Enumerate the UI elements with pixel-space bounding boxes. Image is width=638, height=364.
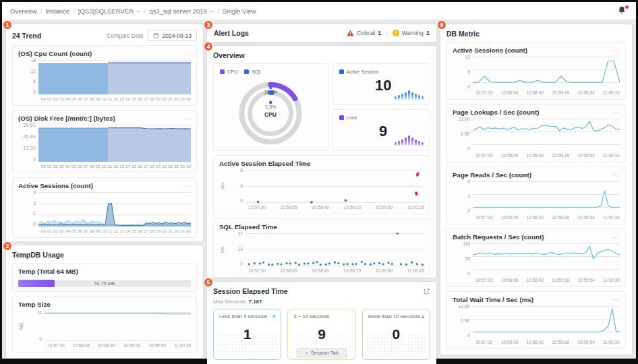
db-xaxis: 10:57:3010:58:0610:58:4210:59:1810:59:54… — [475, 340, 620, 344]
page-reads-tile: Page Reads / Sec (count)··· 630 10:57:30… — [446, 166, 626, 224]
disk-free-tile: (OS) Disk Free [/mnt/c:] (bytes) ··· 39.… — [12, 110, 197, 173]
cpu-count-yaxis: 181260 — [18, 59, 38, 95]
page-lookups-title: Page Lookups / Sec (count) — [453, 109, 539, 116]
lock-sparkline — [395, 135, 424, 146]
breadcrumb-server-select[interactable]: [QS3]SQLSERVER — [78, 7, 134, 15]
page-reads-yaxis: 630 — [453, 180, 473, 214]
batch-requests-title: Batch Requests / Sec (count) — [453, 233, 544, 241]
breadcrumb-database-select[interactable]: qs3_sql server 2019 — [149, 7, 207, 15]
temp-usage-tile: Temp (Total 64 MB) 54.75 MB — [12, 263, 197, 292]
annotation-marker-6: 6 — [437, 20, 446, 30]
more-menu-icon[interactable]: ··· — [612, 173, 620, 177]
more-menu-icon[interactable]: ··· — [612, 235, 620, 239]
more-menu-icon[interactable]: ··· — [612, 297, 620, 301]
active-session-stat-card: Active Session 10 — [332, 63, 430, 105]
session-elapsed-title: Session Elapsed Time — [213, 287, 288, 295]
more-menu-icon[interactable]: ··· — [183, 52, 191, 56]
chevron-down-icon[interactable]: ⌄ — [209, 7, 214, 13]
notification-badge — [625, 5, 629, 9]
batch-requests-chart — [473, 242, 620, 270]
warning-circle-icon — [393, 30, 399, 36]
cpu-count-chart — [38, 59, 191, 95]
annotation-marker-1: 1 — [3, 20, 12, 30]
overview-panel: 4 Overview CPU SQL — [207, 46, 436, 278]
db-xaxis: 10:57:3010:58:0610:58:4210:59:1810:59:54… — [475, 215, 620, 220]
active-sessions-trend-tile: Active Sessions (count) ··· 3210 0001020… — [12, 177, 197, 238]
annotation-marker-5: 5 — [204, 278, 213, 287]
batch-requests-tile: Batch Requests / Sec (count)··· 110550 1… — [446, 229, 626, 286]
more-menu-icon[interactable]: ··· — [612, 49, 620, 53]
notifications-bell-icon[interactable] — [617, 5, 628, 16]
alert-logs-title: Alert Logs — [214, 29, 249, 37]
annotation-marker-2: 2 — [3, 241, 12, 251]
disk-free-xaxis: 0001020304050607080910111213141516171819… — [41, 164, 191, 169]
bucket-more-than-10s: More than 10 seconds▴ 0 — [362, 309, 430, 360]
chevron-down-icon[interactable]: ⌄ — [136, 7, 141, 13]
page-lookups-chart — [473, 117, 620, 146]
active-session-count: 10 — [375, 77, 391, 94]
breadcrumb-separator: / — [144, 7, 146, 15]
bucket-3-to-10s-value: 9 — [318, 326, 326, 342]
active-session-elapsed-tile: Active Session Elapsed Time sec 840 10:5… — [213, 155, 430, 214]
temp-size-yaxis: 110 — [24, 311, 45, 342]
tempdb-panel: 2 TempDB Usage Temp (Total 64 MB) 54.75 … — [6, 245, 203, 358]
breadcrumb: Overview / Instance / [QS3]SQLSERVER ⌄ /… — [2, 2, 636, 20]
active-sessions-trend-xaxis: 0001020304050607080910111213141516171819… — [41, 229, 191, 233]
sql-elapsed-tile: SQL Elapsed Time ms 27140 10:57:3010:58:… — [213, 218, 430, 278]
donut-legend: CPU SQL — [220, 69, 262, 75]
disk-free-chart — [38, 123, 191, 162]
page-reads-title: Page Reads / Sec (count) — [453, 171, 531, 179]
aset-xaxis: 10:57:3010:58:0510:58:4010:59:1510:59:50… — [248, 205, 424, 210]
breadcrumb-single-view[interactable]: Single View — [223, 7, 256, 15]
total-wait-time-chart — [473, 305, 620, 333]
breadcrumb-separator: / — [73, 7, 75, 15]
compare-date-input[interactable]: 2024-08-13 — [148, 30, 197, 41]
batch-requests-yaxis: 110550 — [453, 242, 473, 276]
total-wait-time-yaxis: 13.8K6.9K0 — [453, 305, 473, 338]
tempdb-title: TempDB Usage — [12, 251, 197, 259]
temp-size-tile: Temp Size MB 110 10:57:3010:58:0510:58:4… — [12, 296, 197, 353]
active-sessions-trend-chart — [38, 191, 191, 227]
db-xaxis: 10:57:3010:58:0610:58:4210:59:1810:59:54… — [475, 153, 620, 158]
calendar-icon — [153, 32, 159, 38]
active-session-elapsed-title: Active Session Elapsed Time — [219, 160, 310, 167]
total-wait-time-title: Total Wait Time / Sec (ms) — [453, 296, 533, 303]
bucket-less-than-3s: Less than 3 seconds▾ 1 — [213, 309, 281, 360]
breadcrumb-separator: / — [217, 7, 219, 15]
breadcrumb-instance[interactable]: Instance — [45, 7, 69, 15]
critical-triangle-icon — [347, 30, 354, 36]
more-menu-icon[interactable]: ··· — [183, 184, 191, 188]
sql-elapsed-chart — [245, 232, 424, 267]
page-reads-chart — [473, 180, 620, 208]
warning-alerts[interactable]: Warning 1 — [393, 30, 430, 36]
db-xaxis: 10:57:3010:58:0610:58:4210:59:1810:59:54… — [475, 278, 620, 282]
temp-size-title: Temp Size — [18, 301, 191, 308]
db-xaxis: 10:57:3010:58:0610:58:4210:59:1810:59:54… — [475, 90, 620, 95]
temp-size-chart — [45, 311, 191, 342]
breadcrumb-overview[interactable]: Overview — [10, 7, 37, 15]
disk-free-title: (OS) Disk Free [/mnt/c:] (bytes) — [18, 115, 115, 122]
alert-divider: | — [386, 30, 387, 36]
db-active-sessions-chart — [473, 55, 620, 84]
overview-title: Overview — [213, 51, 430, 59]
external-link-icon[interactable] — [423, 288, 430, 295]
sql-elapsed-title: SQL Elapsed Time — [219, 223, 277, 231]
lock-count: 9 — [379, 123, 387, 140]
temp-usage-gauge: 54.75 MB — [18, 280, 191, 287]
sql-percent-label: 1.3% — [266, 101, 277, 109]
sql-ylabel: ms — [219, 232, 225, 267]
aset-ylabel: sec — [219, 169, 225, 204]
sql-xaxis: 10:57:3010:58:0510:58:4010:59:1510:59:50… — [248, 268, 424, 273]
more-menu-icon[interactable]: ··· — [183, 117, 191, 121]
cpu-donut-chart: CPU 16.4% 1.3% — [236, 79, 305, 148]
critical-alerts[interactable]: Critical 1 — [347, 30, 381, 36]
more-menu-icon[interactable]: ··· — [612, 111, 620, 115]
temp-size-xaxis: 10:57:3010:58:0510:58:4010:59:1510:59:50… — [47, 343, 191, 348]
active-session-swatch — [339, 69, 344, 74]
annotation-marker-3: 3 — [204, 20, 213, 30]
active-session-elapsed-chart — [245, 169, 424, 204]
donut-center-label: CPU — [264, 111, 277, 118]
db-metric-title: DB Metric — [446, 30, 626, 38]
page-lookups-tile: Page Lookups / Sec (count)··· 13.6K6.8K0… — [446, 104, 626, 162]
session-tab-button[interactable]: ∧ Session Tab — [297, 348, 347, 359]
